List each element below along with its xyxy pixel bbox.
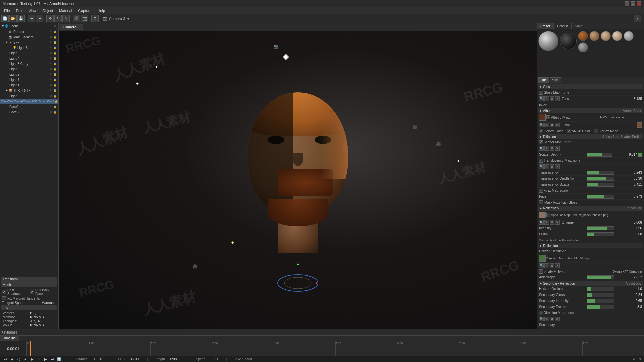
trans-edit[interactable]: ✎ bbox=[544, 164, 549, 169]
tl-tab-timeline[interactable]: Timeline bbox=[0, 336, 19, 341]
albedo-delete[interactable]: ✕ bbox=[555, 123, 560, 127]
tool-save[interactable]: 💾 bbox=[17, 15, 25, 22]
spec-delete[interactable]: ✕ bbox=[555, 220, 560, 225]
sec-dir-edit[interactable]: ✎ bbox=[544, 317, 549, 321]
subtab-skin[interactable]: Skin bbox=[550, 77, 561, 83]
rgb-color-checkbox[interactable]: ✓ bbox=[567, 129, 571, 133]
rp-tab-preset[interactable]: Preset bbox=[537, 23, 554, 29]
close-button[interactable]: ✕ bbox=[637, 1, 641, 6]
viewport-3d[interactable]: RRCG 人人素材 RRCG 人人素材 人人素材 RRCG RRCG 人人素材 … bbox=[59, 31, 537, 329]
tree-item-light6[interactable]: 💡 Light 6 👁 🔒 bbox=[0, 45, 58, 50]
dir-map-thumb[interactable] bbox=[539, 255, 546, 262]
tangent-space-value[interactable]: Marmoset bbox=[42, 301, 56, 305]
albedo-search[interactable]: 🔍 bbox=[539, 123, 544, 127]
vis-eye[interactable]: 👁 bbox=[53, 24, 57, 28]
sec-horizon-slider[interactable] bbox=[587, 287, 614, 291]
maximize-button[interactable]: □ bbox=[631, 1, 635, 6]
tree-item-face2[interactable]: Face2 👁 🔒 bbox=[0, 104, 58, 109]
reflection-sub-header[interactable]: ▶ Reflection bbox=[538, 243, 643, 248]
scale-bias-check[interactable]: ✓ bbox=[539, 269, 543, 274]
camera-icon-1[interactable]: 📷 bbox=[274, 44, 279, 49]
vis-icon14[interactable]: 👁 bbox=[52, 99, 55, 103]
scatter-edit[interactable]: ✎ bbox=[544, 146, 549, 151]
mask-fuzz-check[interactable]: ✓ bbox=[539, 200, 543, 204]
tree-item-light5[interactable]: Light 5 👁 🔒 bbox=[0, 50, 58, 56]
tree-item-light1[interactable]: Light 1 👁 🔒 bbox=[0, 82, 58, 88]
scatter-copy[interactable]: ⧉ bbox=[550, 146, 554, 151]
vis-icon6[interactable]: 👁 bbox=[49, 56, 53, 60]
scatter-map-check[interactable]: ✓ bbox=[539, 140, 543, 144]
vis-icon13[interactable]: 👁 bbox=[49, 94, 53, 98]
tree-item-light3[interactable]: Light 3 👁 🔒 bbox=[0, 66, 58, 72]
vis-icon16[interactable]: 👁 bbox=[49, 110, 53, 114]
tool-open[interactable]: 📂 bbox=[9, 15, 17, 22]
camera-icon-3[interactable]: 🎥 bbox=[436, 141, 441, 146]
trans-copy[interactable]: ⧉ bbox=[550, 164, 554, 169]
albedo-header[interactable]: ▶ Albedo Vertex Color bbox=[538, 108, 643, 113]
albedo-map-thumb[interactable] bbox=[539, 114, 546, 121]
lock-icon4[interactable]: 🔒 bbox=[53, 46, 57, 50]
sec-dir-map-check[interactable]: ✓ bbox=[539, 311, 543, 315]
sphere-preview-black[interactable] bbox=[560, 33, 577, 49]
vis-icon8[interactable]: 👁 bbox=[49, 67, 53, 71]
diffusion-header[interactable]: ▶ Diffusion Subsurface Scatter Profile bbox=[538, 134, 643, 139]
sec-intensity-slider[interactable] bbox=[587, 299, 614, 303]
gloss-search[interactable]: 🔍 bbox=[539, 96, 544, 101]
tool-rotate[interactable]: ↻ bbox=[54, 15, 62, 22]
tree-item-render[interactable]: 🖥 Render 👁 🔒 bbox=[0, 29, 58, 34]
tool-transform-arrow[interactable]: ↕ bbox=[634, 15, 641, 22]
mat-ball-1[interactable] bbox=[578, 31, 588, 41]
lock-icon10[interactable]: 🔒 bbox=[53, 78, 57, 82]
scatter-depth-color[interactable] bbox=[638, 153, 642, 157]
menu-material[interactable]: Material bbox=[56, 8, 75, 13]
lock-icon5[interactable]: 🔒 bbox=[53, 51, 57, 55]
tl-play-back[interactable]: ◁ bbox=[16, 357, 21, 362]
cull-back-check[interactable]: ✓ bbox=[30, 290, 34, 294]
light-icon-4[interactable]: ✦ bbox=[231, 240, 235, 245]
sec-fresnel-slider[interactable] bbox=[587, 305, 614, 309]
tool-scale[interactable]: ⤡ bbox=[62, 15, 70, 22]
vis-icon11[interactable]: 👁 bbox=[49, 83, 53, 87]
sphere-preview-grey[interactable] bbox=[538, 31, 558, 51]
tl-stop[interactable]: ■ bbox=[23, 357, 28, 362]
vis-icon2[interactable]: 👁 bbox=[49, 35, 53, 39]
vis-icon10[interactable]: 👁 bbox=[49, 78, 53, 82]
mat-ball-5[interactable] bbox=[624, 31, 634, 41]
translucency-map-check[interactable]: ✓ bbox=[539, 159, 543, 163]
light-icon-2[interactable]: ✦ bbox=[456, 158, 460, 164]
camera-icon-2[interactable]: 🎥 bbox=[412, 125, 417, 129]
fuzz-slider[interactable] bbox=[587, 195, 614, 199]
tree-item-main-camera[interactable]: 📷 Main Camera 👁 🔒 bbox=[0, 34, 58, 40]
vertex-color-checkbox[interactable]: ✓ bbox=[539, 129, 543, 133]
gloss-copy[interactable]: ⧉ bbox=[550, 96, 554, 101]
status-icon-2[interactable]: ⚙ bbox=[638, 357, 641, 361]
lock-icon15[interactable]: 🔒 bbox=[53, 105, 57, 109]
vis-icon5[interactable]: 👁 bbox=[49, 51, 53, 55]
tl-next-frame[interactable]: ▶ bbox=[43, 357, 48, 362]
light-icon-1[interactable]: ✦ bbox=[154, 64, 158, 70]
tree-item-light2[interactable]: Light 2 👁 🔒 bbox=[0, 72, 58, 77]
vis-icon9[interactable]: 👁 bbox=[49, 72, 53, 76]
mesh-section[interactable]: Mesh bbox=[1, 282, 57, 287]
tree-item-light4[interactable]: Light 4 👁 🔒 bbox=[0, 56, 58, 61]
dir-delete[interactable]: ✕ bbox=[555, 263, 560, 268]
vis-icon7[interactable]: 👁 bbox=[49, 62, 53, 66]
reflectivity-header[interactable]: ▶ Reflectivity Specular bbox=[538, 206, 643, 211]
tree-item-light3copy[interactable]: Light 3 Copy 👁 🔒 bbox=[0, 61, 58, 66]
spec-search[interactable]: 🔍 bbox=[539, 220, 544, 225]
tree-item-basetail[interactable]: BaseTail_BrownCurve.#30_BrownCur 👁 🔒 bbox=[0, 99, 58, 104]
vis-icon3[interactable]: 👁 bbox=[49, 40, 53, 44]
status-icon-1[interactable]: ✏ bbox=[633, 357, 636, 361]
timeline-ruler[interactable]: 0 1:00 2:00 3:00 4:00 5:00 6:00 7:00 8:0… bbox=[27, 341, 644, 356]
dir-search[interactable]: 🔍 bbox=[539, 263, 544, 268]
gloss-edit[interactable]: ✎ bbox=[544, 96, 549, 101]
intensity-slider[interactable] bbox=[587, 226, 614, 230]
sec-dir-delete[interactable]: ✕ bbox=[555, 317, 560, 321]
trans-scatter-slider[interactable] bbox=[587, 183, 614, 187]
dir-edit[interactable]: ✎ bbox=[544, 263, 549, 268]
lock-icon12[interactable]: 🔒 bbox=[53, 88, 57, 93]
tool-render[interactable]: 🎬 bbox=[73, 15, 80, 22]
menu-edit[interactable]: Edit bbox=[13, 8, 25, 13]
sec-dir-copy[interactable]: ⧉ bbox=[550, 317, 554, 321]
lock-icon8[interactable]: 🔒 bbox=[53, 67, 57, 71]
